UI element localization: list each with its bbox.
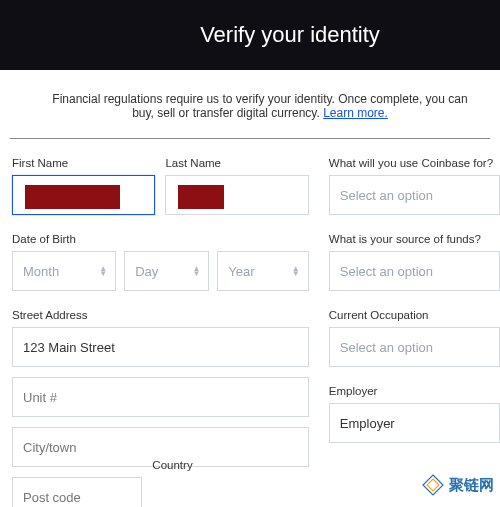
funds-label: What is your source of funds? (329, 233, 500, 245)
spinner-icon: ▲▼ (292, 266, 300, 276)
watermark-text: 聚链网 (449, 476, 494, 495)
unit-field[interactable]: Unit # (12, 377, 309, 417)
first-name-field[interactable] (12, 175, 155, 215)
use-select[interactable]: Select an option (329, 175, 500, 215)
use-label: What will you use Coinbase for? (329, 157, 500, 169)
last-name-field[interactable] (165, 175, 308, 215)
redacted-first-name (25, 185, 120, 209)
street-address-label: Street Address (12, 309, 309, 321)
employer-field[interactable]: Employer (329, 403, 500, 443)
dob-label: Date of Birth (12, 233, 309, 245)
redacted-last-name (178, 185, 224, 209)
dob-month-value: Month (23, 264, 59, 279)
first-name-label: First Name (12, 157, 155, 169)
spinner-icon: ▲▼ (99, 266, 107, 276)
occupation-label: Current Occupation (329, 309, 500, 321)
occupation-select[interactable]: Select an option (329, 327, 500, 367)
postcode-field[interactable]: Post code (12, 477, 142, 507)
dob-year-value: Year (228, 264, 254, 279)
form-right-column: What will you use Coinbase for? Select a… (329, 157, 500, 507)
dob-day-value: Day (135, 264, 158, 279)
spinner-icon: ▲▼ (192, 266, 200, 276)
dob-month-select[interactable]: Month ▲▼ (12, 251, 116, 291)
watermark-icon (421, 473, 445, 497)
dob-year-select[interactable]: Year ▲▼ (217, 251, 308, 291)
intro-line-1: Financial regulations require us to veri… (52, 92, 467, 106)
page-header: Verify your identity (0, 0, 500, 70)
learn-more-link[interactable]: Learn more. (323, 106, 388, 120)
street-field[interactable]: 123 Main Street (12, 327, 309, 367)
employer-label: Employer (329, 385, 500, 397)
dob-day-select[interactable]: Day ▲▼ (124, 251, 209, 291)
country-label: Country (152, 459, 308, 471)
identity-form: First Name Last Name Date of Birth Month (0, 139, 500, 507)
intro-text: Financial regulations require us to veri… (0, 70, 500, 138)
page-title: Verify your identity (200, 22, 380, 48)
intro-line-2: buy, sell or transfer digital currency. (132, 106, 320, 120)
form-left-column: First Name Last Name Date of Birth Month (12, 157, 309, 507)
watermark: 聚链网 (421, 473, 494, 497)
funds-select[interactable]: Select an option (329, 251, 500, 291)
last-name-label: Last Name (165, 157, 308, 169)
